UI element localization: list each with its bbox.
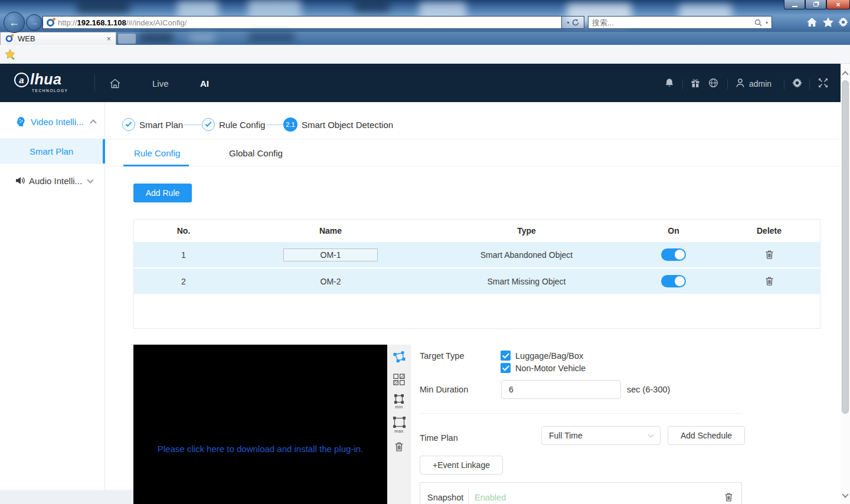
new-tab-button[interactable] bbox=[118, 34, 136, 44]
globe-icon[interactable] bbox=[708, 78, 718, 88]
user-icon[interactable] bbox=[735, 78, 745, 88]
scroll-down-icon[interactable] bbox=[842, 491, 848, 498]
search-input[interactable] bbox=[592, 18, 751, 27]
address-bar[interactable]: http://192.168.1.108/#/index/AIConfig/ bbox=[42, 16, 562, 29]
sidebar-item-audio-intelligence[interactable]: Audio Intelli... bbox=[0, 170, 104, 191]
username[interactable]: admin bbox=[749, 79, 771, 89]
url-bar-controls[interactable]: ▾ bbox=[562, 16, 584, 29]
section-divider bbox=[105, 166, 841, 166]
magnifier-icon[interactable] bbox=[754, 19, 762, 27]
target-vehicle-row: Non-Motor Vehicle bbox=[501, 363, 586, 373]
browser-search-box[interactable]: ▾ bbox=[588, 16, 772, 29]
wizard-step-1-label: Smart Plan bbox=[139, 120, 183, 130]
browser-favorites-icon[interactable] bbox=[823, 17, 833, 27]
add-schedule-button[interactable]: Add Schedule bbox=[668, 426, 745, 445]
plugin-download-link[interactable]: Please click here to download and instal… bbox=[133, 444, 387, 454]
back-arrow-icon: ← bbox=[9, 17, 19, 29]
sidebar-audio-label: Audio Intelli... bbox=[29, 176, 82, 186]
scrollbar-thumb[interactable] bbox=[842, 80, 849, 414]
browser-home-icon[interactable] bbox=[806, 17, 818, 27]
dahua-logo: a lhua TECHNOLOGY bbox=[14, 71, 79, 96]
max-size-icon bbox=[393, 417, 406, 428]
pixel-grid-icon bbox=[393, 374, 405, 385]
wizard-connector bbox=[267, 125, 283, 125]
add-rule-button[interactable]: Add Rule bbox=[133, 184, 192, 202]
rule-1-name-input[interactable] bbox=[283, 248, 378, 261]
window-close-button[interactable]: × bbox=[826, 0, 850, 9]
col-header-type: Type bbox=[428, 226, 625, 235]
refresh-icon[interactable] bbox=[572, 19, 579, 26]
browser-forward-button[interactable]: → bbox=[26, 14, 42, 31]
rule-1-type: Smart Abandoned Object bbox=[480, 250, 573, 260]
luggage-checkbox[interactable] bbox=[501, 351, 511, 361]
nav-live[interactable]: Live bbox=[152, 78, 169, 89]
page-scrollbar[interactable] bbox=[841, 64, 850, 504]
wizard-step-3-badge[interactable]: 2.1 bbox=[283, 117, 298, 132]
scroll-up-icon[interactable] bbox=[842, 71, 848, 77]
tab-global-config[interactable]: Global Config bbox=[229, 148, 283, 158]
table-row: 1 Smart Abandoned Object bbox=[134, 242, 820, 267]
settings-gear-icon[interactable] bbox=[792, 78, 802, 88]
table-header-row: No. Name Type On Delete bbox=[134, 220, 820, 242]
background-blur-blob bbox=[139, 33, 174, 42]
add-favorite-star-icon[interactable] bbox=[5, 50, 16, 60]
autocomplete-dropdown-icon[interactable]: ▾ bbox=[567, 20, 569, 25]
target-type-label: Target Type bbox=[420, 351, 465, 361]
wizard-step-2-done[interactable] bbox=[202, 118, 215, 131]
header-divider bbox=[727, 79, 728, 89]
active-item-indicator bbox=[103, 139, 105, 163]
min-duration-input[interactable] bbox=[501, 380, 621, 399]
max-size-tool[interactable]: max bbox=[393, 417, 406, 434]
non-motor-vehicle-checkbox[interactable] bbox=[501, 363, 511, 373]
search-dropdown-icon[interactable]: ▾ bbox=[766, 20, 768, 25]
url-scheme: http:// bbox=[58, 18, 77, 27]
rule-2-enable-toggle[interactable] bbox=[661, 275, 686, 287]
minimize-icon bbox=[792, 6, 797, 7]
pixel-grid-tool[interactable] bbox=[393, 374, 405, 385]
section-divider bbox=[105, 139, 841, 139]
fullscreen-icon[interactable] bbox=[818, 78, 828, 88]
window-minimize-button[interactable] bbox=[784, 0, 805, 9]
snapshot-label: Snapshot bbox=[427, 493, 463, 502]
target-luggage-row: Luggage/Bag/Box bbox=[501, 351, 583, 361]
col-header-delete: Delete bbox=[722, 226, 816, 235]
site-favicon bbox=[47, 19, 54, 27]
header-divider bbox=[682, 79, 683, 89]
audio-intelligence-icon bbox=[15, 176, 25, 185]
window-restore-button[interactable] bbox=[805, 0, 826, 9]
sidebar-item-smart-plan[interactable]: Smart Plan bbox=[0, 138, 104, 164]
non-motor-vehicle-label: Non-Motor Vehicle bbox=[515, 364, 586, 373]
trash-icon bbox=[395, 442, 403, 451]
rule-1-enable-toggle[interactable] bbox=[661, 248, 686, 261]
luggage-label: Luggage/Bag/Box bbox=[515, 351, 583, 361]
tab-rule-config[interactable]: Rule Config bbox=[134, 148, 180, 158]
col-header-on: On bbox=[625, 226, 722, 235]
browser-tab-web[interactable]: WEB × bbox=[0, 32, 116, 45]
nav-ai[interactable]: AI bbox=[200, 78, 209, 89]
tab-close-icon[interactable]: × bbox=[106, 34, 111, 43]
browser-settings-icon[interactable] bbox=[838, 17, 848, 27]
rule-1-delete-icon[interactable] bbox=[766, 250, 773, 259]
draw-region-tool[interactable] bbox=[393, 351, 406, 363]
home-icon[interactable] bbox=[109, 78, 121, 89]
url-path: /#/index/AIConfig/ bbox=[126, 18, 187, 27]
browser-back-button[interactable]: ← bbox=[4, 12, 25, 33]
event-linkage-button[interactable]: +Event Linkage bbox=[420, 456, 503, 474]
screen: ← → http://192.168.1.108/#/index/AIConfi… bbox=[0, 0, 850, 504]
sidebar-item-video-intelligence[interactable]: Video Intelli... bbox=[0, 111, 104, 132]
rule-2-type: Smart Missing Object bbox=[487, 277, 565, 286]
rule-2-delete-icon[interactable] bbox=[766, 277, 773, 286]
gift-icon[interactable] bbox=[691, 78, 700, 88]
wizard-step-1-done[interactable] bbox=[122, 118, 135, 131]
background-blur-blob bbox=[354, 0, 390, 12]
col-header-name: Name bbox=[233, 226, 428, 235]
time-plan-label: Time Plan bbox=[420, 433, 458, 443]
restore-icon bbox=[813, 2, 818, 6]
snapshot-delete-icon[interactable] bbox=[725, 493, 733, 502]
sidebar-smart-plan-label: Smart Plan bbox=[30, 146, 73, 156]
rule-2-name: OM-2 bbox=[321, 277, 341, 286]
min-size-tool[interactable]: min bbox=[394, 394, 404, 410]
clear-drawing-tool[interactable] bbox=[395, 442, 403, 451]
time-plan-select[interactable]: Full Time bbox=[541, 426, 661, 445]
alarm-bell-icon[interactable] bbox=[665, 78, 674, 88]
